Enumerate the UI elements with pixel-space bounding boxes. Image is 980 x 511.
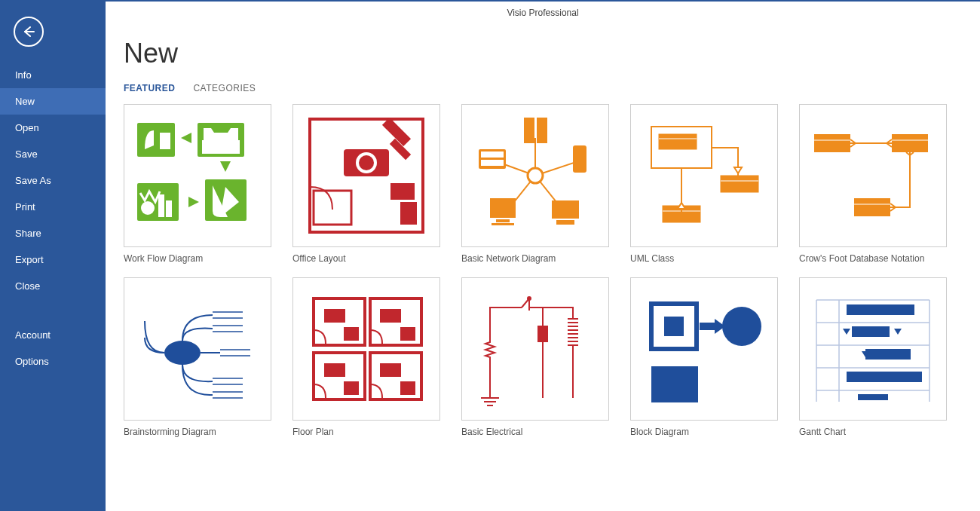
template-label: Crow's Foot Database Notation bbox=[799, 253, 947, 264]
template-label: Brainstorming Diagram bbox=[124, 427, 271, 437]
sidebar-item-new[interactable]: New bbox=[0, 88, 106, 115]
svg-point-88 bbox=[722, 307, 761, 346]
svg-marker-101 bbox=[843, 329, 850, 335]
svg-rect-32 bbox=[490, 198, 516, 218]
network-icon bbox=[467, 112, 603, 240]
template-label: UML Class bbox=[630, 253, 778, 264]
template-label: Floor Plan bbox=[292, 427, 440, 437]
sidebar-item-print[interactable]: Print bbox=[0, 194, 106, 220]
nav-label: Open bbox=[15, 122, 39, 133]
uml-class-icon bbox=[636, 112, 772, 240]
template-crows-foot-database-notation[interactable]: Crow's Foot Database Notation bbox=[799, 104, 947, 264]
tab-featured[interactable]: FEATURED bbox=[124, 83, 175, 93]
sidebar-item-saveas[interactable]: Save As bbox=[0, 167, 106, 194]
svg-rect-8 bbox=[202, 140, 240, 154]
svg-rect-50 bbox=[854, 198, 890, 216]
main-area: Visio Professional New FEATURED CATEGORI… bbox=[106, 2, 980, 511]
svg-rect-3 bbox=[137, 183, 179, 221]
svg-marker-47 bbox=[734, 167, 742, 173]
nav-label: Export bbox=[15, 254, 44, 265]
template-office-layout[interactable]: Office Layout bbox=[292, 104, 440, 264]
back-button[interactable] bbox=[14, 17, 44, 47]
template-label: Work Flow Diagram bbox=[124, 253, 271, 264]
svg-point-10 bbox=[141, 201, 155, 215]
sidebar-item-save[interactable]: Save bbox=[0, 141, 106, 167]
svg-rect-48 bbox=[814, 134, 850, 152]
template-work-flow-diagram[interactable]: Work Flow Diagram bbox=[124, 104, 271, 264]
nav-label: Print bbox=[15, 201, 35, 213]
svg-rect-49 bbox=[892, 134, 928, 152]
electrical-icon bbox=[467, 285, 603, 413]
template-thumb bbox=[124, 104, 271, 247]
nav-label: Save As bbox=[15, 175, 51, 186]
template-gantt-chart[interactable]: Gantt Chart bbox=[799, 277, 947, 437]
page-title: New bbox=[124, 38, 962, 69]
nav-label: Info bbox=[15, 69, 32, 81]
template-thumb bbox=[124, 277, 271, 421]
svg-point-27 bbox=[528, 168, 543, 183]
svg-rect-76 bbox=[324, 363, 345, 377]
svg-point-16 bbox=[359, 155, 374, 170]
template-label: Office Layout bbox=[292, 253, 440, 264]
sidebar-spacer bbox=[0, 299, 106, 322]
svg-rect-79 bbox=[400, 381, 415, 395]
svg-rect-74 bbox=[380, 309, 401, 323]
svg-rect-33 bbox=[496, 219, 510, 222]
nav-label: New bbox=[15, 96, 35, 107]
svg-rect-34 bbox=[492, 223, 514, 225]
svg-rect-29 bbox=[537, 118, 547, 143]
workflow-icon bbox=[130, 112, 265, 240]
template-floor-plan[interactable]: Floor Plan bbox=[292, 277, 440, 437]
nav-label: Options bbox=[15, 356, 49, 367]
back-arrow-icon bbox=[21, 24, 36, 39]
svg-rect-75 bbox=[400, 327, 415, 341]
tab-categories[interactable]: CATEGORIES bbox=[193, 83, 256, 93]
sidebar-item-info[interactable]: Info bbox=[0, 62, 106, 88]
nav-label: Save bbox=[15, 148, 38, 160]
svg-marker-46 bbox=[678, 203, 685, 209]
template-basic-network-diagram[interactable]: Basic Network Diagram bbox=[461, 104, 609, 264]
svg-marker-4 bbox=[188, 197, 199, 207]
sidebar-item-export[interactable]: Export bbox=[0, 246, 106, 273]
template-block-diagram[interactable]: Block Diagram bbox=[630, 277, 778, 437]
template-uml-class[interactable]: UML Class bbox=[630, 104, 778, 264]
sidebar-item-account[interactable]: Account bbox=[0, 322, 106, 348]
svg-rect-7 bbox=[160, 133, 170, 149]
svg-rect-20 bbox=[400, 202, 417, 225]
template-thumb bbox=[799, 277, 947, 421]
template-brainstorming-diagram[interactable]: Brainstorming Diagram bbox=[124, 277, 271, 437]
svg-rect-100 bbox=[847, 304, 914, 315]
window-title: Visio Professional bbox=[106, 8, 980, 18]
template-thumb bbox=[461, 104, 609, 247]
nav-label: Close bbox=[15, 280, 40, 292]
svg-rect-73 bbox=[344, 327, 359, 341]
svg-rect-36 bbox=[556, 220, 574, 225]
floorplan-icon bbox=[299, 285, 434, 413]
svg-rect-42 bbox=[721, 176, 758, 192]
svg-rect-12 bbox=[166, 200, 172, 217]
template-thumb bbox=[799, 104, 947, 247]
svg-rect-82 bbox=[538, 326, 547, 341]
svg-point-57 bbox=[164, 341, 201, 365]
svg-point-81 bbox=[528, 297, 531, 300]
sidebar-item-open[interactable]: Open bbox=[0, 115, 106, 141]
app-window: Info New Open Save Save As Print Share E… bbox=[0, 0, 980, 511]
nav-label: Account bbox=[15, 329, 51, 341]
brainstorm-icon bbox=[130, 285, 265, 413]
sidebar-item-options[interactable]: Options bbox=[0, 348, 106, 375]
template-thumb bbox=[461, 277, 609, 421]
crowfoot-icon bbox=[805, 112, 941, 240]
svg-rect-104 bbox=[865, 349, 911, 360]
sidebar-item-close[interactable]: Close bbox=[0, 273, 106, 299]
template-label: Block Diagram bbox=[630, 427, 778, 437]
template-label: Basic Network Diagram bbox=[461, 253, 609, 264]
svg-rect-31 bbox=[573, 145, 586, 173]
svg-rect-28 bbox=[524, 118, 534, 143]
svg-rect-87 bbox=[664, 317, 684, 336]
template-thumb bbox=[630, 277, 778, 421]
svg-rect-77 bbox=[344, 381, 359, 395]
template-label: Gantt Chart bbox=[799, 427, 947, 437]
svg-marker-1 bbox=[181, 133, 191, 143]
sidebar-item-share[interactable]: Share bbox=[0, 220, 106, 246]
template-basic-electrical[interactable]: Basic Electrical bbox=[461, 277, 609, 437]
